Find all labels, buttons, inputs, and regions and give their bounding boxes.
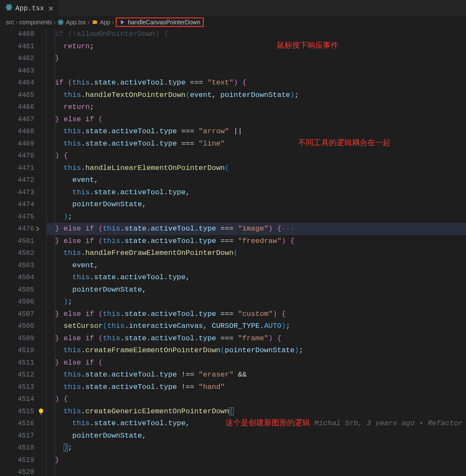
crumb-src[interactable]: src [6,19,14,26]
line-number: 4505 [0,284,34,296]
svg-point-4 [60,22,62,23]
line-number: 4462 [0,53,34,65]
line-number: 4519 [0,454,34,467]
line-number: 4506 [0,296,34,308]
react-icon [5,3,13,13]
tab-app-tsx[interactable]: App.tsx [0,0,58,16]
line-number: 4503 [0,260,34,272]
line-number: 4469 [0,138,34,150]
line-number: 4513 [0,381,34,394]
line-number: 4512 [0,369,34,381]
line-number: 4509 [0,333,34,345]
close-icon[interactable] [47,4,55,13]
line-number: 4471 [0,162,34,175]
line-number: 4468 [0,126,34,138]
annotation-text: 鼠标按下响应事件 [277,40,338,50]
line-number: 4473 [0,187,34,199]
line-number: 4518 [0,442,34,454]
chevron-right-icon: › [112,19,114,26]
line-number: 4464 [0,77,34,89]
svg-point-0 [9,7,10,8]
line-number: 4475 [0,211,34,223]
code-editor[interactable]: 4460446144624463446444654466446744684469… [0,28,466,476]
annotation-text: 这个是创建新图形的逻辑 [226,418,310,428]
crumb-components[interactable]: components [19,19,52,26]
line-number: 4465 [0,89,34,102]
line-number: 4508 [0,320,34,333]
line-number: 4463 [0,65,34,77]
line-number: 4514 [0,393,34,406]
line-number: 4472 [0,174,34,187]
line-number: 4461 [0,41,34,53]
crumb-file[interactable]: App.tsx [57,19,86,26]
line-number: 4470 [0,150,34,162]
line-number: 4504 [0,272,34,284]
line-number: 4510 [0,345,34,357]
line-number: 4507 [0,308,34,321]
chevron-right-icon: › [88,19,90,26]
line-number: 4501 [0,235,34,248]
line-number: 4466 [0,101,34,114]
line-number: 4520 [0,466,34,476]
annotation-text: 不同工具的逻辑耦合在一起 [298,137,390,148]
breadcrumb: src › components › App.tsx › App › handl… [0,16,466,28]
code-lines: if (!allowOnPointerDown) { return; } if … [46,28,466,476]
line-number: 4474 [0,199,34,211]
line-number: 4502 [0,247,34,260]
crumb-method-highlighted[interactable]: handleCanvasPointerDown [116,18,204,27]
lightbulb-icon[interactable] [38,408,44,417]
line-number: 4511 [0,357,34,369]
line-number: 4460 [0,28,34,41]
line-number: 4517 [0,430,34,442]
line-number: 4516 [0,418,34,430]
gutter: 4460446144624463446444654466446744684469… [0,28,37,476]
fold-ellipsis-icon[interactable]: ··· [281,225,295,233]
line-number: 4476 [0,223,34,235]
tab-filename: App.tsx [15,5,44,12]
crumb-class[interactable]: App [91,19,111,26]
glyph-margin [37,28,46,476]
line-number: 4515 [0,406,34,418]
chevron-right-icon: › [54,19,56,26]
tab-bar: App.tsx [0,0,466,16]
line-number: 4467 [0,114,34,126]
chevron-right-icon: › [16,19,18,26]
